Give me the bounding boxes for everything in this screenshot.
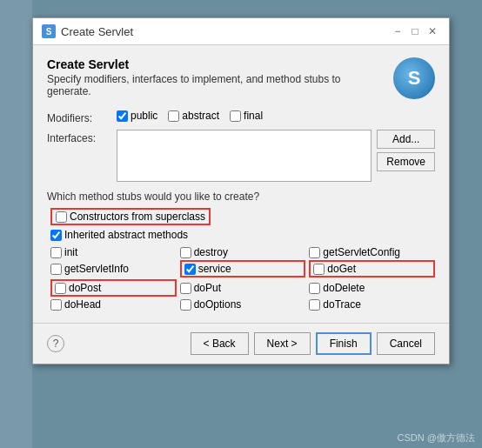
minimize-button[interactable]: − [390, 23, 405, 39]
header-title: Create Servlet [47, 57, 385, 71]
method-doTrace[interactable]: doTrace [309, 298, 435, 311]
title-bar-text: Create Servlet [61, 25, 133, 38]
close-button[interactable]: ✕ [425, 23, 440, 39]
method-doHead[interactable]: doHead [50, 298, 177, 311]
constructors-checkbox[interactable] [56, 211, 67, 223]
methods-grid: init destroy getServletConfig getServlet… [50, 246, 435, 311]
interfaces-label: Interfaces: [47, 130, 117, 144]
create-servlet-dialog: S Create Servlet − □ ✕ Create Servlet Sp… [32, 17, 450, 364]
interfaces-row: Interfaces: Add... Remove [47, 130, 435, 182]
title-bar: S Create Servlet − □ ✕ [33, 18, 449, 45]
dialog-icon: S [42, 24, 56, 38]
finish-button[interactable]: Finish [316, 332, 372, 355]
cancel-button[interactable]: Cancel [377, 332, 435, 355]
background-left [0, 0, 32, 448]
method-doDelete[interactable]: doDelete [309, 279, 435, 297]
bottom-right-buttons: < Back Next > Finish Cancel [191, 332, 435, 355]
constructors-row: Constructors from superclass [50, 208, 435, 225]
maximize-button[interactable]: □ [407, 23, 423, 39]
interfaces-listbox[interactable] [117, 130, 372, 182]
method-getServletInfo[interactable]: getServletInfo [50, 260, 177, 277]
help-button[interactable]: ? [47, 335, 64, 352]
bottom-bar: ? < Back Next > Finish Cancel [33, 323, 449, 364]
modifiers-row: Modifiers: public abstract final [47, 110, 435, 124]
inherited-checkbox[interactable] [50, 230, 62, 241]
modifier-final[interactable]: final [230, 110, 263, 122]
method-doPut[interactable]: doPut [180, 279, 306, 297]
method-doPost[interactable]: doPost [50, 279, 177, 297]
header-text: Create Servlet Specify modifiers, interf… [47, 57, 385, 97]
interfaces-buttons: Add... Remove [377, 130, 435, 171]
method-getServletConfig[interactable]: getServletConfig [309, 246, 435, 258]
modifiers-label: Modifiers: [47, 110, 117, 124]
modifier-final-checkbox[interactable] [230, 110, 241, 122]
inherited-checkbox-label[interactable]: Inherited abstract methods [50, 229, 188, 241]
title-bar-controls: − □ ✕ [390, 23, 440, 39]
remove-interface-button[interactable]: Remove [377, 152, 435, 171]
watermark: CSDN @傲方德法 [398, 431, 475, 445]
method-doGet[interactable]: doGet [309, 260, 435, 277]
modifier-public-checkbox[interactable] [117, 110, 128, 122]
method-init[interactable]: init [50, 246, 177, 258]
modifiers-checkboxes: public abstract final [117, 110, 263, 122]
method-service[interactable]: service [180, 260, 306, 277]
constructors-checkbox-label[interactable]: Constructors from superclass [50, 208, 211, 225]
method-stubs-question: Which method stubs would you like to cre… [47, 191, 435, 203]
header-row: Create Servlet Specify modifiers, interf… [47, 57, 435, 99]
servlet-logo: S [393, 57, 435, 99]
header-desc: Specify modifiers, interfaces to impleme… [47, 73, 385, 97]
dialog-content: Create Servlet Specify modifiers, interf… [33, 45, 449, 323]
next-button[interactable]: Next > [254, 332, 311, 355]
modifier-public[interactable]: public [117, 110, 157, 122]
method-doOptions[interactable]: doOptions [180, 298, 306, 311]
add-interface-button[interactable]: Add... [377, 130, 435, 149]
modifier-abstract-checkbox[interactable] [168, 110, 179, 122]
method-destroy[interactable]: destroy [180, 246, 306, 258]
modifier-abstract[interactable]: abstract [168, 110, 219, 122]
inherited-row: Inherited abstract methods [50, 229, 435, 241]
back-button[interactable]: < Back [191, 332, 249, 355]
